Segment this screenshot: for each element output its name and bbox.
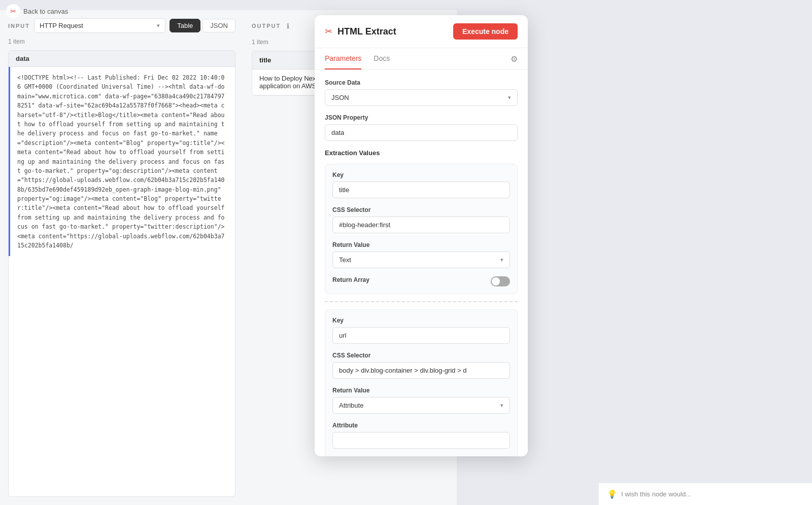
input-label: INPUT bbox=[8, 23, 30, 29]
key1-group: Key bbox=[332, 171, 510, 198]
css-selector2-input[interactable] bbox=[332, 362, 510, 379]
return-value2-value: Attribute bbox=[339, 402, 363, 409]
back-label: Back to canvas bbox=[23, 8, 68, 15]
input-tab-table[interactable]: Table bbox=[170, 19, 200, 32]
source-data-group: Source Data JSON ▾ bbox=[325, 79, 518, 106]
scissors-icon: ✂ bbox=[325, 26, 332, 37]
modal: ✂ HTML Extract Execute node Parameters D… bbox=[315, 15, 528, 456]
modal-header: ✂ HTML Extract Execute node bbox=[315, 15, 528, 48]
return-value1-label: Return Value bbox=[332, 241, 510, 248]
bulb-icon: 💡 bbox=[607, 489, 617, 499]
input-column-header: data bbox=[9, 51, 235, 67]
modal-body: Source Data JSON ▾ JSON Property Extract… bbox=[315, 70, 528, 456]
css-selector1-group: CSS Selector bbox=[332, 206, 510, 233]
modal-overlay: ✂ HTML Extract Execute node Parameters D… bbox=[244, 15, 599, 505]
tab-docs[interactable]: Docs bbox=[374, 48, 390, 69]
return-value1-value: Text bbox=[339, 256, 351, 264]
back-to-canvas[interactable]: ✂ Back to canvas bbox=[6, 4, 68, 18]
json-property-group: JSON Property bbox=[325, 114, 518, 141]
css-selector1-input[interactable] bbox=[332, 217, 510, 233]
source-select[interactable]: HTTP Request ▾ bbox=[34, 18, 165, 33]
source-data-label: Source Data bbox=[325, 79, 518, 86]
source-data-select[interactable]: JSON ▾ bbox=[325, 89, 518, 106]
input-data-table: data <!DOCTYPE html><!-- Last Published:… bbox=[8, 50, 235, 497]
settings-icon[interactable]: ⚙ bbox=[511, 54, 518, 64]
tab-parameters[interactable]: Parameters bbox=[325, 48, 361, 69]
execute-node-button[interactable]: Execute node bbox=[453, 23, 518, 40]
chevron-down-icon: ▾ bbox=[500, 402, 503, 409]
extraction-values-label: Extraction Values bbox=[325, 149, 518, 157]
chevron-down-icon: ▾ bbox=[500, 257, 503, 263]
key2-group: Key bbox=[332, 317, 510, 344]
extraction-block-2: Key CSS Selector Return Value Attribute … bbox=[325, 309, 518, 456]
input-data-content: <!DOCTYPE html><!-- Last Published: Fri … bbox=[9, 67, 235, 256]
input-item-count: 1 item bbox=[8, 38, 235, 45]
css-selector2-label: CSS Selector bbox=[332, 352, 510, 359]
json-property-input[interactable] bbox=[325, 124, 518, 141]
css-selector1-label: CSS Selector bbox=[332, 206, 510, 213]
wish-text: I wish this node would... bbox=[621, 490, 691, 498]
attribute-group: Attribute bbox=[332, 422, 510, 449]
key2-input[interactable] bbox=[332, 327, 510, 344]
chevron-down-icon: ▾ bbox=[508, 94, 511, 101]
input-header: INPUT HTTP Request ▾ Table JSON bbox=[8, 18, 235, 33]
return-value2-group: Return Value Attribute ▾ bbox=[332, 387, 510, 414]
return-value2-label: Return Value bbox=[332, 387, 510, 394]
input-tab-group: Table JSON bbox=[170, 19, 235, 32]
return-array1-row: Return Array bbox=[332, 276, 510, 286]
extraction-block-1: Key CSS Selector Return Value Text ▾ bbox=[325, 164, 518, 294]
json-property-label: JSON Property bbox=[325, 114, 518, 121]
input-tab-json[interactable]: JSON bbox=[202, 19, 235, 32]
attribute-label: Attribute bbox=[332, 422, 510, 429]
key2-label: Key bbox=[332, 317, 510, 324]
source-data-value: JSON bbox=[331, 94, 349, 101]
modal-title: HTML Extract bbox=[337, 26, 396, 37]
modal-tabs: Parameters Docs ⚙ bbox=[315, 48, 528, 70]
return-value1-select[interactable]: Text ▾ bbox=[332, 251, 510, 268]
key1-label: Key bbox=[332, 171, 510, 178]
return-value1-group: Return Value Text ▾ bbox=[332, 241, 510, 268]
modal-title-row: ✂ HTML Extract bbox=[325, 26, 396, 37]
css-selector2-group: CSS Selector bbox=[332, 352, 510, 379]
back-icon: ✂ bbox=[6, 4, 20, 18]
return-value2-select[interactable]: Attribute ▾ bbox=[332, 397, 510, 414]
return-array1-label: Return Array bbox=[332, 276, 369, 283]
input-panel: INPUT HTTP Request ▾ Table JSON 1 item d… bbox=[0, 10, 244, 505]
key1-input[interactable] bbox=[332, 182, 510, 198]
chevron-down-icon: ▾ bbox=[157, 22, 160, 29]
wish-bar: 💡 I wish this node would... bbox=[599, 483, 812, 505]
return-array1-toggle[interactable] bbox=[491, 276, 510, 286]
attribute-input[interactable] bbox=[332, 432, 510, 449]
section-divider bbox=[325, 301, 518, 302]
